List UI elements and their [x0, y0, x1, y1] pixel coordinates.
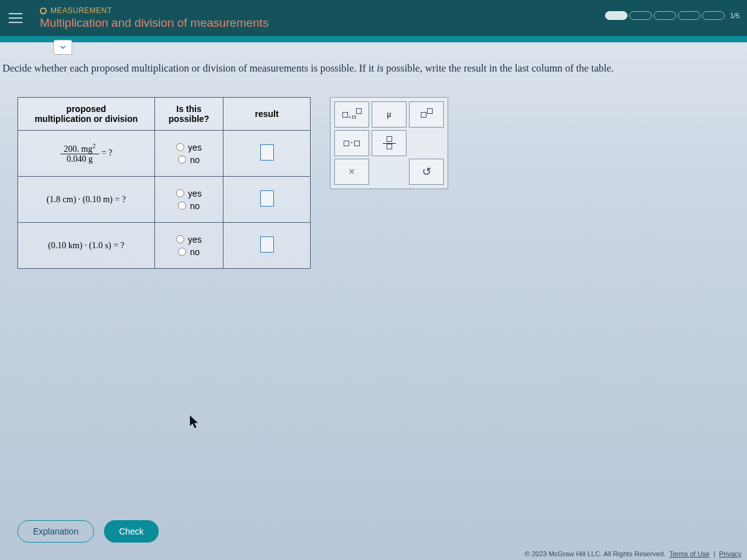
progress-seg [678, 11, 700, 20]
menu-icon[interactable] [9, 13, 22, 23]
yes-radio[interactable] [176, 235, 184, 243]
progress-seg [629, 11, 652, 20]
result-input[interactable] [260, 190, 274, 207]
instruction-pre: Decide whether each proposed multiplicat… [2, 62, 377, 74]
possible-cell: yes no [155, 223, 223, 269]
possible-cell: yes no [155, 131, 223, 177]
undo-button[interactable]: ↺ [409, 159, 444, 185]
col-header-result: result [223, 98, 311, 131]
result-cell [223, 131, 311, 177]
instruction-em: is [377, 62, 383, 74]
page-title: Multiplication and division of measureme… [40, 16, 269, 30]
category-label: MEASUREMENT [50, 6, 112, 15]
clear-button[interactable]: × [334, 159, 369, 185]
explanation-button[interactable]: Explanation [17, 520, 94, 543]
result-input[interactable] [260, 236, 274, 253]
multiply-dot-button[interactable]: · [334, 130, 369, 156]
instruction-text: Decide whether each proposed multiplicat… [2, 62, 745, 75]
table-row: (0.10 km) · (1.0 s) = ? yes no [18, 223, 311, 269]
expression-cell: (0.10 km) · (1.0 s) = ? [18, 223, 155, 269]
progress-seg [702, 11, 725, 20]
sci-notation-button[interactable]: ×10 [334, 101, 369, 128]
collapse-toggle[interactable] [54, 40, 72, 55]
instruction-post: possible, write the result in the last c… [383, 62, 614, 74]
progress-seg [605, 11, 627, 20]
result-cell [223, 177, 311, 223]
mu-button[interactable]: μ [372, 101, 406, 128]
cursor-icon [189, 414, 200, 429]
title-block: MEASUREMENT Multiplication and division … [40, 6, 269, 30]
progress-count: 1/5 [730, 12, 740, 19]
measurement-table: proposedmultiplication or division Is th… [17, 97, 311, 269]
exponent-button[interactable] [409, 101, 444, 128]
chevron-down-icon [59, 43, 67, 52]
breadcrumb: MEASUREMENT [40, 6, 269, 15]
yes-label[interactable]: yes [188, 235, 202, 245]
yes-label[interactable]: yes [188, 142, 202, 152]
top-bar: MEASUREMENT Multiplication and division … [0, 0, 747, 36]
no-radio[interactable] [178, 248, 186, 256]
no-radio[interactable] [178, 202, 186, 210]
copyright: © 2023 McGraw Hill LLC. All Rights Reser… [525, 550, 665, 558]
yes-radio[interactable] [176, 143, 184, 151]
col-header-possible: Is thispossible? [155, 98, 223, 131]
possible-cell: yes no [155, 177, 223, 223]
privacy-link[interactable]: Privacy [719, 550, 741, 558]
expression-cell: 200. mg20.040 g = ? [18, 131, 155, 177]
no-label[interactable]: no [190, 155, 200, 165]
yes-label[interactable]: yes [188, 189, 202, 198]
progress-meter: 1/5 [605, 11, 740, 20]
ring-icon [40, 7, 47, 14]
footer: © 2023 McGraw Hill LLC. All Rights Reser… [525, 550, 743, 558]
yes-radio[interactable] [176, 189, 184, 197]
no-label[interactable]: no [190, 247, 200, 257]
check-button[interactable]: Check [104, 520, 159, 543]
fraction-button[interactable] [372, 130, 406, 156]
terms-link[interactable]: Terms of Use [669, 550, 710, 558]
action-bar: Explanation Check [17, 520, 159, 543]
no-label[interactable]: no [190, 201, 200, 211]
table-row: (1.8 cm) · (0.10 m) = ? yes no [18, 177, 311, 223]
result-input[interactable] [260, 144, 274, 161]
table-row: 200. mg20.040 g = ? yes no [18, 131, 311, 177]
accent-strip [0, 36, 747, 42]
expression-cell: (1.8 cm) · (0.10 m) = ? [18, 177, 155, 223]
progress-seg [654, 11, 676, 20]
input-palette: ×10 μ · × ↺ [330, 97, 448, 189]
result-cell [223, 223, 311, 269]
no-radio[interactable] [178, 156, 186, 164]
col-header-proposed: proposedmultiplication or division [18, 98, 155, 131]
